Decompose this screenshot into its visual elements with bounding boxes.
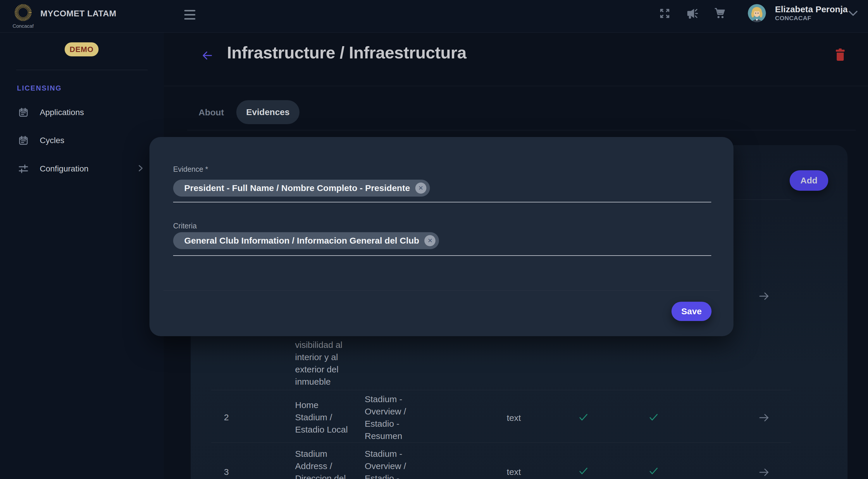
- sidebar-item-configuration[interactable]: Configuration: [18, 163, 89, 175]
- concacaf-logo: [13, 3, 33, 22]
- user-menu-button[interactable]: [847, 10, 859, 19]
- brand-title: MYCOMET LATAM: [40, 9, 116, 19]
- row-name: Stadium Address / Direccion del: [295, 448, 346, 479]
- row-type: text: [499, 412, 528, 424]
- chevron-down-icon: [847, 10, 859, 17]
- row1-description: visibilidad al interior y al exterior de…: [295, 339, 342, 388]
- megaphone-icon: [686, 7, 699, 20]
- tab-evidences[interactable]: Evidences: [236, 100, 300, 124]
- row-criteria: Stadium - Overview / Estadio -: [365, 448, 406, 479]
- avatar-image: [748, 4, 766, 22]
- dialog-footer-divider: [163, 290, 720, 290]
- hamburger-icon: [184, 10, 195, 11]
- evidence-dialog: Evidence * President - Full Name / Nombr…: [150, 137, 734, 336]
- sidebar-divider: [16, 70, 148, 70]
- arrow-right-icon: [759, 468, 770, 477]
- criteria-field-underline: [173, 255, 711, 256]
- sidebar-section-label: LICENSING: [17, 84, 62, 92]
- sidebar-item-label: Configuration: [40, 164, 89, 173]
- table-divider: [211, 390, 791, 390]
- sidebar-item-label: Applications: [40, 108, 84, 117]
- cart-button[interactable]: [714, 7, 726, 21]
- criteria-chip[interactable]: General Club Information / Informacion G…: [173, 232, 439, 249]
- row-name: Home Stadium / Estadio Local: [295, 399, 348, 436]
- header-divider: [164, 86, 868, 86]
- logo-caption: Concacaf: [10, 23, 36, 29]
- check-icon: [579, 413, 588, 423]
- criteria-chip-value: General Club Information / Informacion G…: [184, 236, 419, 246]
- delete-button[interactable]: [835, 48, 845, 62]
- row-criteria: Stadium - Overview / Estadio - Resumen: [365, 393, 406, 442]
- add-button[interactable]: Add: [789, 170, 828, 191]
- arrow-right-icon: [759, 292, 770, 301]
- save-button[interactable]: Save: [672, 302, 712, 321]
- row-number: 2: [220, 411, 233, 423]
- back-button[interactable]: [201, 49, 214, 63]
- tab-about[interactable]: About: [198, 107, 224, 117]
- concacaf-logo-icon: [13, 3, 33, 22]
- top-bar: Concacaf MYCOMET LATAM: [0, 0, 868, 33]
- row-number: 3: [220, 466, 233, 478]
- row-open-button[interactable]: [759, 413, 770, 423]
- calendar-icon: [18, 135, 29, 146]
- configuration-expand[interactable]: [137, 164, 144, 174]
- check-icon: [649, 467, 658, 477]
- criteria-label: Criteria: [173, 222, 197, 230]
- sliders-icon: [18, 164, 29, 174]
- evidence-field-underline: [173, 202, 711, 202]
- row-open-button[interactable]: [759, 468, 770, 478]
- sidebar-item-applications[interactable]: Applications: [18, 107, 84, 118]
- menu-toggle-button[interactable]: [184, 10, 195, 20]
- demo-badge: DEMO: [65, 42, 98, 56]
- sidebar-item-cycles[interactable]: Cycles: [18, 135, 64, 146]
- evidence-chip-value: President - Full Name / Nombre Completo …: [184, 183, 410, 193]
- back-arrow-icon: [201, 49, 214, 62]
- sidebar: DEMO LICENSING Applications Cycles: [0, 33, 164, 479]
- remove-evidence-button[interactable]: ✕: [415, 182, 426, 194]
- check-icon: [649, 413, 658, 423]
- cart-icon: [714, 7, 726, 20]
- sidebar-item-label: Cycles: [40, 136, 64, 145]
- tabs-divider: [187, 130, 856, 130]
- announcements-button[interactable]: [686, 7, 699, 21]
- user-org: CONCACAF: [775, 14, 811, 22]
- check-icon: [579, 467, 588, 477]
- calendar-icon: [18, 107, 29, 118]
- avatar[interactable]: [748, 4, 766, 22]
- evidence-chip[interactable]: President - Full Name / Nombre Completo …: [173, 180, 430, 197]
- fullscreen-icon: [659, 7, 671, 20]
- row-open-button[interactable]: [759, 292, 770, 302]
- remove-criteria-button[interactable]: ✕: [424, 235, 435, 246]
- row-type: text: [499, 466, 528, 478]
- chevron-right-icon: [137, 164, 144, 173]
- evidence-label: Evidence *: [173, 165, 208, 173]
- arrow-right-icon: [759, 413, 770, 422]
- trash-icon: [835, 48, 845, 61]
- fullscreen-button[interactable]: [659, 7, 671, 21]
- user-name: Elizabeta Peronja: [775, 4, 847, 14]
- app-root: Concacaf MYCOMET LATAM: [0, 0, 868, 479]
- page-title: Infrastructure / Infraestructura: [227, 43, 466, 62]
